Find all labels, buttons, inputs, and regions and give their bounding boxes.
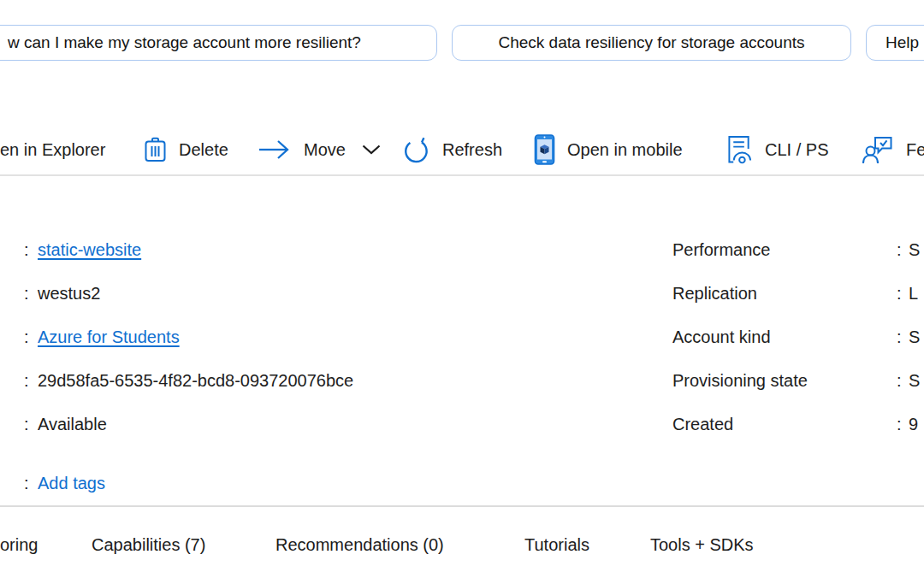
tab-capabilities[interactable]: Capabilities (7) — [92, 534, 205, 556]
command-toolbar: en in Explorer Delete Move — [0, 128, 924, 171]
subscription-id-value: 29d58fa5-6535-4f82-bcd8-093720076bce — [38, 371, 353, 390]
essentials-row-performance: Performance : S — [672, 239, 924, 261]
chevron-down-icon — [361, 144, 382, 156]
field-label: Replication — [672, 284, 757, 303]
open-in-explorer-button[interactable]: en in Explorer — [0, 128, 105, 171]
location-value: westus2 — [38, 284, 100, 303]
tab-recommendations[interactable]: Recommendations (0) — [275, 534, 444, 556]
separator: : — [24, 239, 38, 261]
tab-monitoring[interactable]: oring — [0, 534, 38, 556]
suggestion-chip-help[interactable]: Help — [866, 25, 924, 61]
separator: : — [897, 370, 902, 392]
cli-document-icon — [726, 135, 753, 164]
tab-tools-sdks[interactable]: Tools + SDKs — [650, 534, 754, 556]
suggestion-chip-label: w can I make my storage account more res… — [8, 33, 361, 52]
created-value: 9 — [909, 414, 918, 435]
trash-icon — [144, 137, 167, 162]
separator: : — [24, 414, 38, 435]
field-label: Created — [672, 415, 733, 434]
toolbar-item-label: Fe — [906, 140, 924, 160]
tab-tutorials[interactable]: Tutorials — [524, 534, 589, 556]
essentials-row-resource-group: :static-website — [24, 239, 141, 261]
essentials-row-replication: Replication : L — [672, 283, 924, 304]
separator: : — [24, 283, 38, 304]
toolbar-item-label: Open in mobile — [567, 140, 683, 160]
suggestion-chip-label: Check data resiliency for storage accoun… — [498, 33, 804, 52]
suggestion-chip-resilient[interactable]: w can I make my storage account more res… — [0, 25, 437, 61]
field-label: Performance — [672, 240, 771, 259]
open-in-mobile-button[interactable]: Open in mobile — [534, 128, 683, 171]
essentials-row-tags: :Add tags — [24, 473, 105, 494]
suggestion-chip-label: Help — [886, 33, 919, 52]
resource-group-link[interactable]: static-website — [38, 240, 141, 259]
account-kind-value: S — [909, 327, 920, 348]
delete-button[interactable]: Delete — [144, 128, 228, 171]
separator: : — [24, 370, 38, 392]
toolbar-divider — [0, 174, 924, 176]
mobile-phone-icon — [534, 134, 555, 165]
separator: : — [897, 327, 902, 348]
suggestion-chip-data-resiliency[interactable]: Check data resiliency for storage accoun… — [452, 25, 851, 61]
field-label: Account kind — [672, 327, 771, 346]
add-tags-link[interactable]: Add tags — [38, 474, 105, 492]
refresh-button[interactable]: Refresh — [402, 128, 502, 171]
separator: : — [24, 473, 38, 494]
essentials-row-status: :Available — [24, 414, 107, 435]
replication-value: L — [909, 283, 918, 304]
subscription-link[interactable]: Azure for Students — [38, 327, 180, 346]
separator: : — [897, 239, 902, 261]
status-value: Available — [38, 415, 107, 434]
essentials-row-location: :westus2 — [24, 283, 100, 304]
essentials-row-account-kind: Account kind : S — [672, 327, 924, 348]
feedback-button[interactable]: Fe — [862, 128, 924, 171]
essentials-divider — [0, 505, 924, 507]
refresh-icon — [402, 136, 430, 164]
feedback-person-icon — [862, 135, 894, 164]
separator: : — [897, 414, 902, 435]
cli-ps-button[interactable]: CLI / PS — [726, 128, 828, 171]
arrow-right-icon — [258, 139, 292, 161]
toolbar-item-label: Move — [304, 140, 346, 160]
essentials-row-subscription-id: :29d58fa5-6535-4f82-bcd8-093720076bce — [24, 370, 353, 392]
toolbar-item-label: Refresh — [442, 140, 502, 160]
separator: : — [897, 283, 902, 304]
toolbar-item-label: CLI / PS — [765, 140, 828, 160]
azure-storage-overview-page: w can I make my storage account more res… — [0, 0, 924, 578]
essentials-row-provisioning-state: Provisioning state : S — [672, 370, 924, 392]
toolbar-item-label: en in Explorer — [0, 140, 105, 160]
essentials-row-subscription: :Azure for Students — [24, 327, 180, 348]
toolbar-item-label: Delete — [179, 140, 228, 160]
essentials-row-created: Created : 9 — [672, 414, 924, 435]
move-button[interactable]: Move — [258, 128, 382, 171]
separator: : — [24, 327, 38, 348]
provisioning-state-value: S — [909, 370, 920, 392]
performance-value: S — [909, 239, 920, 261]
field-label: Provisioning state — [672, 371, 808, 390]
